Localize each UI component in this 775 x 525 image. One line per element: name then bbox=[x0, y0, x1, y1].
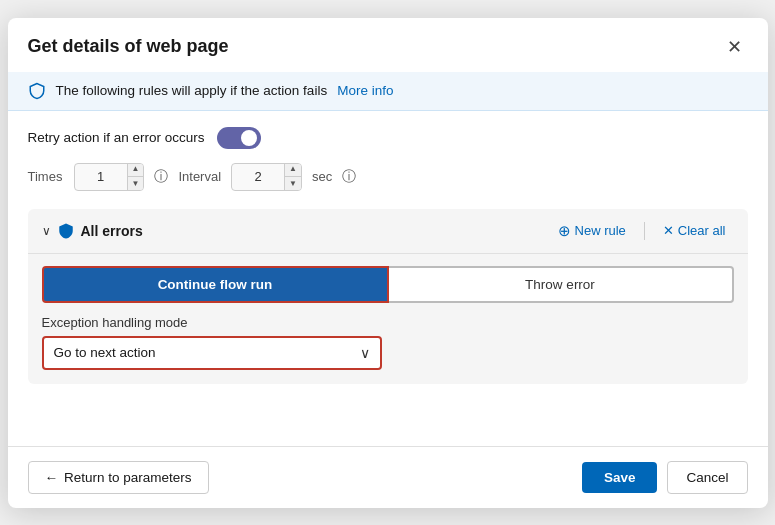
throw-error-tab[interactable]: Throw error bbox=[389, 266, 734, 303]
interval-info-icon: ⓘ bbox=[342, 168, 356, 186]
clear-all-label: Clear all bbox=[678, 223, 726, 238]
all-errors-header: ∨ All errors ⊕ New rule ✕ Clear all bbox=[28, 209, 748, 254]
exception-section: Exception handling mode Go to next actio… bbox=[28, 303, 748, 384]
times-label: Times bbox=[28, 169, 64, 184]
interval-increment[interactable]: ▲ bbox=[285, 163, 301, 177]
all-errors-left: ∨ All errors bbox=[42, 222, 550, 240]
times-info-icon: ⓘ bbox=[154, 168, 168, 186]
clear-all-button[interactable]: ✕ Clear all bbox=[655, 220, 734, 241]
x-icon: ✕ bbox=[663, 223, 674, 238]
dialog-body: Retry action if an error occurs Times ▲ … bbox=[8, 111, 768, 446]
times-spinner-btns: ▲ ▼ bbox=[127, 163, 144, 191]
banner-text: The following rules will apply if the ac… bbox=[56, 83, 328, 98]
more-info-link[interactable]: More info bbox=[337, 83, 393, 98]
dialog-footer: ← Return to parameters Save Cancel bbox=[8, 446, 768, 508]
return-button[interactable]: ← Return to parameters bbox=[28, 461, 209, 494]
retry-label: Retry action if an error occurs bbox=[28, 130, 205, 145]
collapse-icon: ∨ bbox=[42, 224, 51, 238]
times-increment[interactable]: ▲ bbox=[128, 163, 144, 177]
cancel-label: Cancel bbox=[686, 470, 728, 485]
close-icon: ✕ bbox=[727, 37, 742, 57]
throw-error-label: Throw error bbox=[525, 277, 595, 292]
dialog-title: Get details of web page bbox=[28, 36, 229, 57]
times-interval-row: Times ▲ ▼ ⓘ Interval ▲ ▼ sec ⓘ bbox=[28, 163, 748, 191]
retry-toggle[interactable] bbox=[217, 127, 261, 149]
cancel-button[interactable]: Cancel bbox=[667, 461, 747, 494]
return-label: Return to parameters bbox=[64, 470, 192, 485]
times-spinner[interactable]: ▲ ▼ bbox=[74, 163, 145, 191]
main-dialog: Get details of web page ✕ The following … bbox=[8, 18, 768, 508]
vertical-divider bbox=[644, 222, 645, 240]
tab-row: Continue flow run Throw error bbox=[42, 266, 734, 303]
exception-dropdown[interactable]: Go to next action ∨ bbox=[42, 336, 382, 370]
toggle-slider bbox=[217, 127, 261, 149]
shield-errors-icon bbox=[57, 222, 75, 240]
close-button[interactable]: ✕ bbox=[721, 36, 748, 58]
all-errors-section: ∨ All errors ⊕ New rule ✕ Clear all bbox=[28, 209, 748, 384]
new-rule-button[interactable]: ⊕ New rule bbox=[550, 219, 634, 243]
continue-flow-label: Continue flow run bbox=[158, 277, 273, 292]
exception-value: Go to next action bbox=[54, 345, 360, 360]
save-label: Save bbox=[604, 470, 636, 485]
arrow-left-icon: ← bbox=[45, 470, 59, 485]
interval-spinner-btns: ▲ ▼ bbox=[284, 163, 301, 191]
interval-decrement[interactable]: ▼ bbox=[285, 177, 301, 191]
plus-icon: ⊕ bbox=[558, 222, 571, 240]
interval-input[interactable] bbox=[232, 169, 284, 184]
save-button[interactable]: Save bbox=[582, 462, 658, 493]
continue-flow-tab[interactable]: Continue flow run bbox=[42, 266, 389, 303]
shield-icon bbox=[28, 82, 46, 100]
dialog-header: Get details of web page ✕ bbox=[8, 18, 768, 72]
chevron-down-icon: ∨ bbox=[360, 345, 370, 361]
all-errors-title: All errors bbox=[81, 223, 143, 239]
exception-label: Exception handling mode bbox=[42, 315, 734, 330]
all-errors-actions: ⊕ New rule ✕ Clear all bbox=[550, 219, 734, 243]
sec-label: sec bbox=[312, 169, 332, 184]
interval-label: Interval bbox=[178, 169, 221, 184]
times-decrement[interactable]: ▼ bbox=[128, 177, 144, 191]
retry-row: Retry action if an error occurs bbox=[28, 127, 748, 149]
info-banner: The following rules will apply if the ac… bbox=[8, 72, 768, 111]
interval-spinner[interactable]: ▲ ▼ bbox=[231, 163, 302, 191]
new-rule-label: New rule bbox=[575, 223, 626, 238]
times-input[interactable] bbox=[75, 169, 127, 184]
